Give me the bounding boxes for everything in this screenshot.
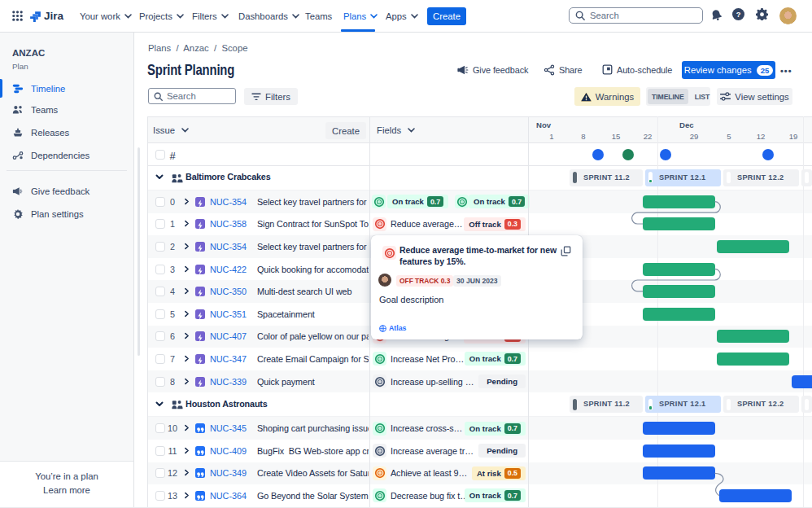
svg-text:?: ? (736, 11, 741, 19)
